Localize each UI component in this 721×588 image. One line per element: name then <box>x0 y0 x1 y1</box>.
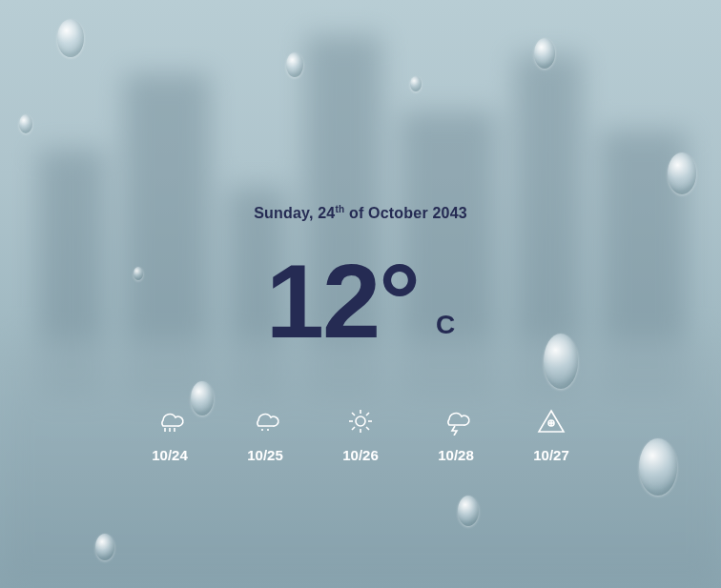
forecast-day[interactable]: 10/27 <box>525 407 578 463</box>
sunny-icon <box>344 407 377 436</box>
current-date: Sunday, 24th of October 2043 <box>254 204 467 222</box>
weather-widget: Sunday, 24th of October 2043 12° C 10/24… <box>0 0 721 588</box>
forecast-day[interactable]: 10/26 <box>334 407 387 463</box>
thunder-icon <box>440 407 472 436</box>
forecast-date: 10/28 <box>438 447 474 463</box>
forecast-day[interactable]: 10/24 <box>143 407 196 463</box>
forecast-day[interactable]: 10/28 <box>429 407 483 463</box>
drizzle-icon <box>249 407 281 436</box>
temperature-unit: C <box>436 310 455 340</box>
date-ordinal: th <box>335 204 344 214</box>
forecast-row: 10/24 10/25 10/26 10/28 <box>143 407 578 463</box>
raindrop <box>95 534 114 560</box>
current-temperature: 12° C <box>266 249 456 354</box>
forecast-date: 10/27 <box>533 447 569 463</box>
date-suffix: of October 2043 <box>344 205 467 221</box>
rain-icon <box>154 407 186 436</box>
svg-line-13 <box>366 413 369 416</box>
temperature-value: 12° <box>266 249 419 354</box>
warning-icon <box>535 407 567 436</box>
svg-line-12 <box>352 427 355 430</box>
forecast-date: 10/26 <box>342 447 379 463</box>
date-prefix: Sunday, 24 <box>254 205 335 221</box>
svg-line-11 <box>366 427 369 430</box>
svg-line-10 <box>352 413 355 416</box>
forecast-date: 10/25 <box>247 447 283 463</box>
raindrop <box>458 496 479 526</box>
forecast-day[interactable]: 10/25 <box>238 407 292 463</box>
forecast-date: 10/24 <box>152 447 188 463</box>
svg-point-5 <box>356 416 365 426</box>
